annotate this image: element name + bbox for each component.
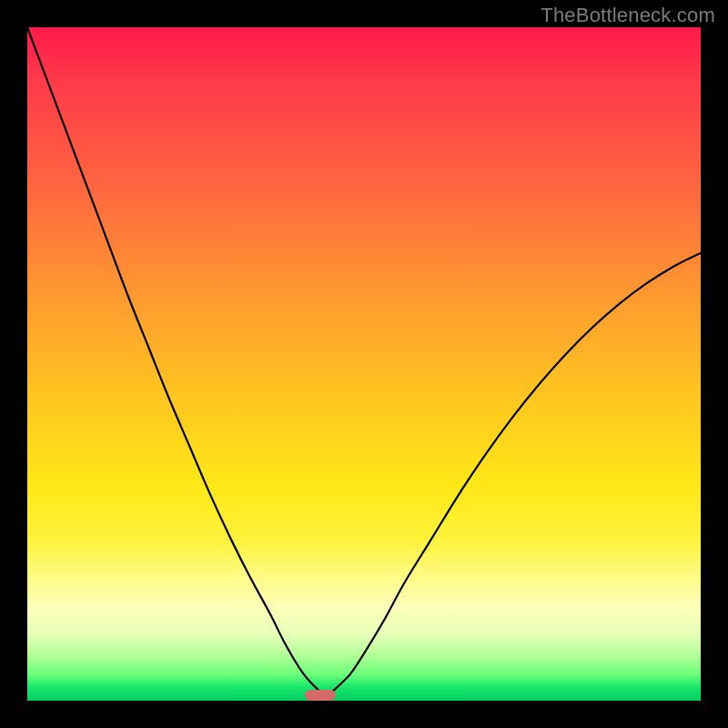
bottleneck-curve — [27, 27, 701, 701]
curve-path — [27, 27, 701, 694]
chart-plot-area — [27, 27, 701, 701]
optimum-marker — [305, 690, 336, 701]
watermark-text: TheBottleneck.com — [541, 4, 715, 27]
chart-frame: TheBottleneck.com — [0, 0, 728, 728]
